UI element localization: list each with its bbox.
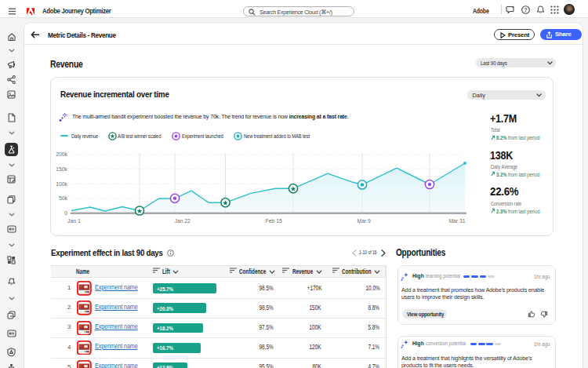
svg-text:Mar 9: Mar 9 xyxy=(358,218,372,224)
svg-text:Jan 22: Jan 22 xyxy=(174,218,191,224)
svg-text:Jan 1: Jan 1 xyxy=(67,218,81,224)
svg-text:50k: 50k xyxy=(59,195,68,201)
svg-text:?: ? xyxy=(524,6,528,12)
svg-text:Feb 15: Feb 15 xyxy=(266,218,282,224)
svg-text:100k: 100k xyxy=(56,181,67,187)
svg-text:150k: 150k xyxy=(56,166,67,172)
svg-text:Mar 31: Mar 31 xyxy=(448,218,465,224)
svg-text:0: 0 xyxy=(64,210,67,216)
svg-text:200k: 200k xyxy=(56,151,67,157)
